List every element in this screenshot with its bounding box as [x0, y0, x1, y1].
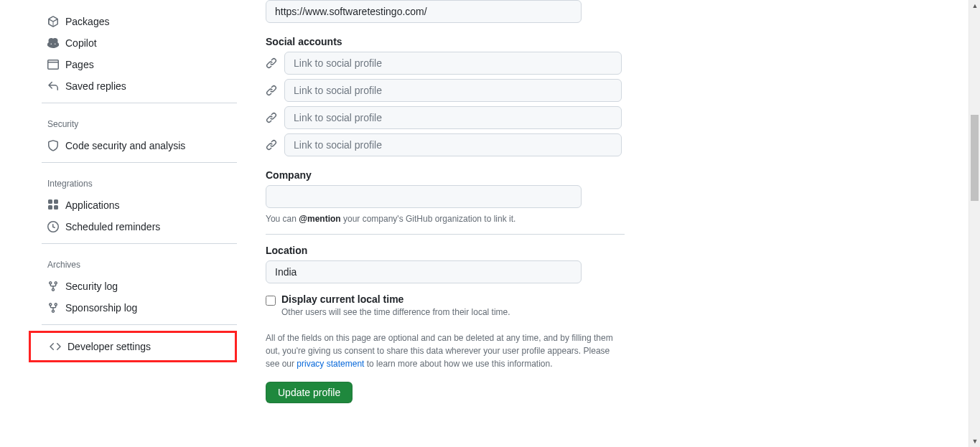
sidebar-item-code-security[interactable]: Code security and analysis — [42, 135, 237, 156]
sidebar-item-pages[interactable]: Pages — [42, 54, 237, 75]
sidebar-item-label: Pages — [65, 59, 94, 70]
social-row-2 — [266, 79, 625, 102]
update-profile-button[interactable]: Update profile — [266, 382, 353, 403]
display-time-row: Display current local time — [266, 293, 625, 306]
sidebar-item-label: Packages — [65, 16, 109, 27]
browser-icon — [47, 59, 59, 70]
reply-icon — [47, 80, 59, 92]
link-icon — [266, 85, 277, 96]
profile-form: Social accounts Company You can @mention… — [237, 0, 625, 447]
privacy-link[interactable]: privacy statement — [297, 359, 364, 369]
display-time-hint: Other users will see the time difference… — [281, 307, 625, 317]
sidebar-item-label: Developer settings — [67, 341, 151, 352]
sidebar-item-label: Code security and analysis — [65, 140, 185, 151]
sidebar-item-copilot[interactable]: Copilot — [42, 32, 237, 54]
link-icon — [266, 57, 277, 69]
company-label: Company — [266, 169, 625, 181]
sidebar-item-label: Saved replies — [65, 80, 126, 92]
sidebar-item-label: Applications — [65, 199, 120, 211]
social-input-3[interactable] — [284, 106, 622, 129]
divider — [42, 324, 237, 325]
section-header-integrations: Integrations — [42, 169, 237, 194]
url-input[interactable] — [266, 0, 582, 23]
sidebar-item-applications[interactable]: Applications — [42, 194, 237, 216]
sidebar-item-label: Copilot — [65, 37, 97, 49]
social-row-1 — [266, 52, 625, 75]
location-label: Location — [266, 245, 625, 256]
display-time-label: Display current local time — [281, 293, 403, 305]
sidebar-item-packages[interactable]: Packages — [42, 11, 237, 32]
social-input-2[interactable] — [284, 79, 622, 102]
link-icon — [266, 139, 277, 151]
scrollbar[interactable]: ▲ ▼ — [969, 0, 980, 447]
developer-settings-highlight: Developer settings — [29, 331, 237, 362]
shield-icon — [47, 140, 59, 151]
settings-sidebar: Packages Copilot Pages Saved replies Sec… — [0, 0, 237, 447]
scroll-thumb[interactable] — [971, 115, 979, 201]
sidebar-item-developer-settings[interactable]: Developer settings — [44, 336, 230, 357]
social-input-4[interactable] — [284, 133, 622, 156]
copilot-icon — [47, 37, 59, 49]
section-header-security: Security — [42, 109, 237, 135]
section-header-archives: Archives — [42, 250, 237, 276]
social-row-3 — [266, 106, 625, 129]
sidebar-item-label: Scheduled reminders — [65, 221, 160, 232]
link-icon — [266, 112, 277, 123]
section-divider — [266, 234, 625, 235]
divider — [42, 162, 237, 163]
divider — [42, 103, 237, 103]
code-icon — [50, 341, 61, 352]
log-icon — [47, 302, 59, 314]
sidebar-item-label: Sponsorship log — [65, 302, 137, 314]
social-row-4 — [266, 133, 625, 156]
scroll-up-arrow[interactable]: ▲ — [969, 0, 980, 11]
package-icon — [47, 16, 59, 27]
sidebar-item-security-log[interactable]: Security log — [42, 276, 237, 297]
display-time-checkbox[interactable] — [266, 296, 276, 306]
social-accounts-label: Social accounts — [266, 36, 625, 47]
clock-icon — [47, 221, 59, 232]
social-input-1[interactable] — [284, 52, 622, 75]
log-icon — [47, 281, 59, 292]
optional-fields-note: All of the fields on this page are optio… — [266, 331, 625, 370]
sidebar-item-saved-replies[interactable]: Saved replies — [42, 75, 237, 97]
company-hint: You can @mention your company's GitHub o… — [266, 214, 625, 224]
sidebar-item-sponsorship-log[interactable]: Sponsorship log — [42, 297, 237, 319]
location-input[interactable] — [266, 260, 582, 283]
sidebar-item-scheduled-reminders[interactable]: Scheduled reminders — [42, 216, 237, 237]
company-input[interactable] — [266, 185, 582, 208]
divider — [42, 243, 237, 244]
scroll-down-arrow[interactable]: ▼ — [969, 436, 980, 447]
apps-icon — [47, 199, 59, 211]
sidebar-item-label: Security log — [65, 281, 118, 292]
